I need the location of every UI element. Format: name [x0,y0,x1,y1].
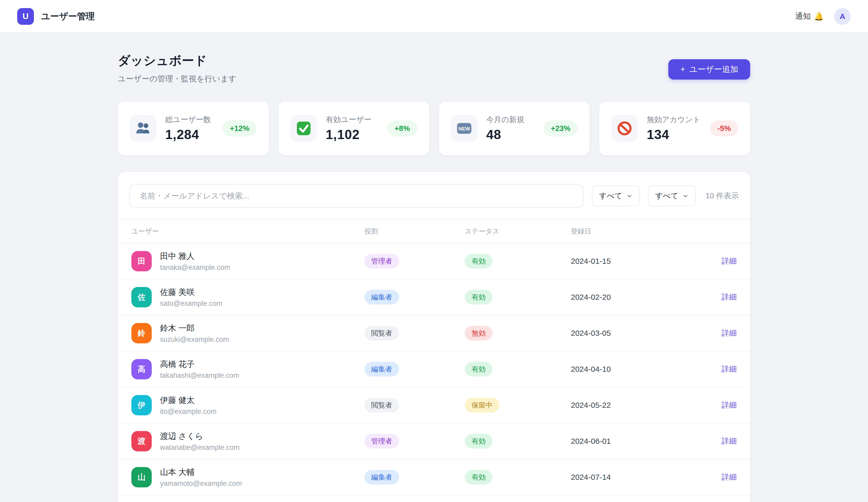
registration-date: 2024-05-22 [571,401,689,410]
user-avatar[interactable]: A [834,8,851,25]
blocked-icon: NEW [611,115,638,142]
stat-delta-badge: +12% [223,121,257,137]
role-filter-value: すべて [599,191,622,201]
registration-date: 2024-07-14 [571,473,689,482]
user-name: 佐藤 美咲 [160,287,223,298]
role-badge: 閲覧者 [364,398,399,412]
page-title: ダッシュボード [118,52,236,69]
registration-date: 2024-04-10 [571,365,689,374]
role-filter-select[interactable]: すべて [592,185,640,207]
stat-delta-badge: -5% [710,121,738,137]
role-badge: 編集者 [364,362,399,376]
column-header-date: 登録日 [571,227,689,236]
chevron-down-icon [627,193,632,199]
stat-value: 1,102 [326,127,371,142]
detail-link[interactable]: 詳細 [722,292,737,302]
table-body: 田 田中 雅人 tanaka@example.com 管理者 有効 2024-0… [118,243,750,502]
stat-card: NEW 総ユーザー数 1,284 +12% [118,101,269,155]
status-badge: 無効 [465,326,493,341]
detail-link[interactable]: 詳細 [722,364,737,374]
table-row: 渡 渡辺 さくら watanabe@example.com 管理者 有効 202… [118,423,750,460]
stat-value: 134 [647,127,700,142]
stats-row: NEW 総ユーザー数 1,284 +12% [118,101,750,155]
user-avatar-initial: 高 [131,359,152,379]
table-row: 山 山本 大輔 yamamoto@example.com 編集者 有効 2024… [118,460,750,495]
app-title: ユーザー管理 [41,10,95,22]
user-name: 田中 雅人 [160,251,230,262]
table-row: 伊 伊藤 健太 ito@example.com 閲覧者 保留中 2024-05-… [118,388,750,423]
user-avatar-initial: 鈴 [131,323,152,343]
main-content: ダッシュボード ユーザーの管理・監視を行います + ユーザー追加 [118,33,750,502]
table-row: 高 高橋 花子 takahashi@example.com 編集者 有効 202… [118,351,750,388]
status-filter-select[interactable]: すべて [648,185,696,207]
user-email: ito@example.com [160,408,217,416]
search-input[interactable] [129,184,583,208]
user-avatar-initial: 田 [131,251,152,271]
app-logo: U [17,8,34,25]
column-header-user: ユーザー [131,227,364,236]
user-avatar-initial: 佐 [131,287,152,307]
brand: U ユーザー管理 [17,8,95,25]
user-email: sato@example.com [160,300,223,308]
check-icon: NEW [290,115,317,142]
registration-date: 2024-02-20 [571,293,689,302]
user-name: 渡辺 さくら [160,431,239,442]
role-badge: 管理者 [364,254,399,269]
role-badge: 編集者 [364,290,399,304]
user-email: watanabe@example.com [160,443,239,452]
detail-link[interactable]: 詳細 [722,256,737,267]
stat-label: 無効アカウント [647,114,700,125]
stat-card: NEW 有効ユーザー 1,102 +8% [278,101,429,155]
detail-link[interactable]: 詳細 [722,400,737,410]
bell-icon: 🔔 [814,12,824,21]
table-row: 中 中村 あおい 閲覧者 無効 2024-08-20 詳細 [118,495,750,502]
role-badge: 閲覧者 [364,326,399,341]
stat-value: 48 [486,127,525,142]
detail-link[interactable]: 詳細 [722,472,737,482]
stat-label: 有効ユーザー [326,114,371,125]
user-email: suzuki@example.com [160,335,229,344]
status-badge: 有効 [465,434,493,449]
status-badge: 有効 [465,362,493,376]
new-icon: NEW [451,115,477,142]
result-count-label: 10 件表示 [706,191,739,201]
stat-card: NEW 無効アカウント 134 -5% [599,101,750,155]
status-badge: 有効 [465,470,493,484]
notifications-label: 通知 [795,11,811,22]
user-name: 高橋 花子 [160,359,239,370]
top-header: U ユーザー管理 通知 🔔 A [0,0,868,33]
status-badge: 保留中 [465,398,499,412]
user-avatar-initial: 山 [131,467,152,488]
detail-link[interactable]: 詳細 [722,328,737,339]
plus-icon: + [680,65,685,74]
user-email: tanaka@example.com [160,263,230,272]
status-filter-value: すべて [655,191,679,201]
notifications-button[interactable]: 通知 🔔 [795,11,824,22]
stat-delta-badge: +8% [388,121,417,137]
user-email: yamamoto@example.com [160,480,242,488]
registration-date: 2024-06-01 [571,437,689,446]
chevron-down-icon [683,193,689,199]
add-user-button[interactable]: + ユーザー追加 [668,59,750,80]
detail-link[interactable]: 詳細 [722,436,737,446]
table-header-row: ユーザー 役割 ステータス 登録日 [118,219,750,243]
add-user-button-label: ユーザー追加 [690,64,738,75]
user-email: takahashi@example.com [160,372,239,380]
role-badge: 管理者 [364,434,399,449]
table-toolbar: すべて すべて 10 件表示 [118,172,750,219]
page-subtitle: ユーザーの管理・監視を行います [118,73,236,84]
user-name: 伊藤 健太 [160,395,217,406]
table-row: 佐 佐藤 美咲 sato@example.com 編集者 有効 2024-02-… [118,279,750,315]
stat-delta-badge: +23% [544,121,578,137]
status-badge: 有効 [465,254,493,269]
users-icon: NEW [130,115,156,142]
registration-date: 2024-03-05 [571,329,689,338]
table-row: 鈴 鈴木 一郎 suzuki@example.com 閲覧者 無効 2024-0… [118,315,750,351]
user-avatar-initial: 伊 [131,395,152,415]
user-name: 鈴木 一郎 [160,323,229,334]
status-badge: 有効 [465,290,493,304]
column-header-role: 役割 [364,227,465,236]
user-avatar-initial: 渡 [131,431,152,451]
svg-text:NEW: NEW [458,126,470,131]
stat-card: NEW 今月の新規 48 +23% [439,101,590,155]
